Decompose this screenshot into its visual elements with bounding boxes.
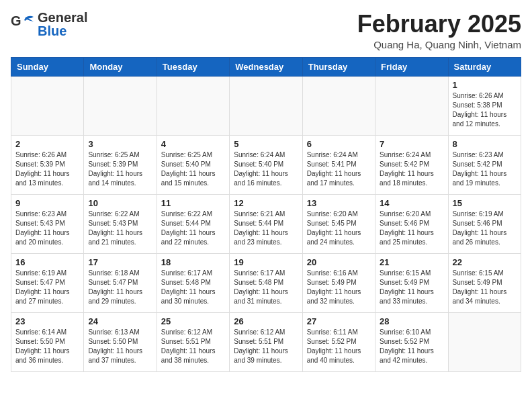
day-info: Sunrise: 6:17 AM Sunset: 5:48 PM Dayligh… [234, 269, 298, 306]
calendar-cell: 11Sunrise: 6:22 AM Sunset: 5:44 PM Dayli… [157, 194, 229, 253]
calendar-cell [375, 76, 448, 135]
day-number: 22 [453, 257, 517, 267]
calendar-cell [302, 76, 375, 135]
calendar-cell: 6Sunrise: 6:24 AM Sunset: 5:41 PM Daylig… [302, 135, 375, 194]
weekday-tuesday: Tuesday [157, 57, 229, 76]
calendar-cell: 12Sunrise: 6:21 AM Sunset: 5:44 PM Dayli… [230, 194, 302, 253]
day-info: Sunrise: 6:19 AM Sunset: 5:46 PM Dayligh… [453, 210, 517, 247]
calendar-cell: 15Sunrise: 6:19 AM Sunset: 5:46 PM Dayli… [448, 194, 521, 253]
calendar-cell: 26Sunrise: 6:12 AM Sunset: 5:51 PM Dayli… [230, 312, 302, 371]
weekday-monday: Monday [84, 57, 157, 76]
day-number: 5 [234, 139, 298, 149]
week-row-5: 23Sunrise: 6:14 AM Sunset: 5:50 PM Dayli… [11, 312, 521, 371]
day-number: 19 [234, 257, 298, 267]
weekday-friday: Friday [375, 57, 448, 76]
day-number: 6 [307, 139, 371, 149]
day-info: Sunrise: 6:24 AM Sunset: 5:41 PM Dayligh… [307, 150, 371, 188]
calendar-cell [230, 76, 302, 135]
calendar-cell [157, 76, 229, 135]
day-number: 21 [380, 257, 443, 267]
week-row-1: 1Sunrise: 6:26 AM Sunset: 5:38 PM Daylig… [11, 76, 521, 135]
calendar-cell: 18Sunrise: 6:17 AM Sunset: 5:48 PM Dayli… [157, 253, 229, 312]
day-info: Sunrise: 6:23 AM Sunset: 5:42 PM Dayligh… [453, 150, 517, 188]
day-number: 16 [15, 257, 79, 267]
week-row-3: 9Sunrise: 6:23 AM Sunset: 5:43 PM Daylig… [11, 194, 521, 253]
day-number: 4 [161, 139, 225, 149]
calendar-cell: 8Sunrise: 6:23 AM Sunset: 5:42 PM Daylig… [448, 135, 521, 194]
day-info: Sunrise: 6:15 AM Sunset: 5:49 PM Dayligh… [453, 269, 517, 306]
day-number: 3 [88, 139, 152, 149]
day-number: 11 [161, 198, 225, 208]
calendar-cell: 17Sunrise: 6:18 AM Sunset: 5:47 PM Dayli… [84, 253, 157, 312]
day-info: Sunrise: 6:20 AM Sunset: 5:45 PM Dayligh… [307, 210, 371, 247]
calendar-cell: 16Sunrise: 6:19 AM Sunset: 5:47 PM Dayli… [11, 253, 84, 312]
day-info: Sunrise: 6:15 AM Sunset: 5:49 PM Dayligh… [380, 269, 443, 306]
calendar-cell: 20Sunrise: 6:16 AM Sunset: 5:49 PM Dayli… [302, 253, 375, 312]
day-info: Sunrise: 6:25 AM Sunset: 5:39 PM Dayligh… [88, 150, 152, 188]
calendar-cell: 21Sunrise: 6:15 AM Sunset: 5:49 PM Dayli… [375, 253, 448, 312]
day-number: 27 [307, 316, 371, 326]
calendar-cell: 13Sunrise: 6:20 AM Sunset: 5:45 PM Dayli… [302, 194, 375, 253]
calendar-cell: 28Sunrise: 6:10 AM Sunset: 5:52 PM Dayli… [375, 312, 448, 371]
day-number: 9 [15, 198, 79, 208]
day-info: Sunrise: 6:13 AM Sunset: 5:50 PM Dayligh… [88, 328, 152, 365]
calendar-cell [11, 76, 84, 135]
day-info: Sunrise: 6:26 AM Sunset: 5:39 PM Dayligh… [15, 150, 79, 188]
calendar-cell: 4Sunrise: 6:25 AM Sunset: 5:40 PM Daylig… [157, 135, 229, 194]
calendar-cell: 9Sunrise: 6:23 AM Sunset: 5:43 PM Daylig… [11, 194, 84, 253]
calendar-cell: 2Sunrise: 6:26 AM Sunset: 5:39 PM Daylig… [11, 135, 84, 194]
weekday-thursday: Thursday [302, 57, 375, 76]
day-number: 24 [88, 316, 152, 326]
logo-general: General [38, 10, 87, 25]
day-info: Sunrise: 6:26 AM Sunset: 5:38 PM Dayligh… [453, 91, 517, 129]
day-number: 2 [15, 139, 79, 149]
logo-blue: Blue [38, 24, 66, 38]
day-number: 13 [307, 198, 371, 208]
day-info: Sunrise: 6:23 AM Sunset: 5:43 PM Dayligh… [15, 210, 79, 247]
day-number: 10 [88, 198, 152, 208]
day-info: Sunrise: 6:12 AM Sunset: 5:51 PM Dayligh… [234, 328, 298, 365]
day-info: Sunrise: 6:20 AM Sunset: 5:46 PM Dayligh… [380, 210, 443, 247]
day-info: Sunrise: 6:14 AM Sunset: 5:50 PM Dayligh… [15, 328, 79, 365]
day-number: 18 [161, 257, 225, 267]
weekday-wednesday: Wednesday [230, 57, 302, 76]
calendar-cell: 19Sunrise: 6:17 AM Sunset: 5:48 PM Dayli… [230, 253, 302, 312]
calendar-cell: 5Sunrise: 6:24 AM Sunset: 5:40 PM Daylig… [230, 135, 302, 194]
day-info: Sunrise: 6:24 AM Sunset: 5:42 PM Dayligh… [380, 150, 443, 188]
title-block: February 2025 Quang Ha, Quang Ninh, Viet… [357, 11, 521, 50]
weekday-header-row: SundayMondayTuesdayWednesdayThursdayFrid… [11, 57, 521, 76]
page-header: G General Blue February 2025 Quang Ha, Q… [11, 11, 521, 50]
calendar-cell: 14Sunrise: 6:20 AM Sunset: 5:46 PM Dayli… [375, 194, 448, 253]
calendar-cell: 24Sunrise: 6:13 AM Sunset: 5:50 PM Dayli… [84, 312, 157, 371]
calendar-cell: 23Sunrise: 6:14 AM Sunset: 5:50 PM Dayli… [11, 312, 84, 371]
weekday-sunday: Sunday [11, 57, 84, 76]
calendar-cell: 10Sunrise: 6:22 AM Sunset: 5:43 PM Dayli… [84, 194, 157, 253]
svg-text:G: G [11, 13, 21, 28]
calendar-cell: 22Sunrise: 6:15 AM Sunset: 5:49 PM Dayli… [448, 253, 521, 312]
day-info: Sunrise: 6:25 AM Sunset: 5:40 PM Dayligh… [161, 150, 225, 188]
day-info: Sunrise: 6:10 AM Sunset: 5:52 PM Dayligh… [380, 328, 443, 365]
calendar-cell: 3Sunrise: 6:25 AM Sunset: 5:39 PM Daylig… [84, 135, 157, 194]
logo: G General Blue [11, 11, 87, 38]
day-info: Sunrise: 6:11 AM Sunset: 5:52 PM Dayligh… [307, 328, 371, 365]
calendar-cell [448, 312, 521, 371]
location: Quang Ha, Quang Ninh, Vietnam [357, 39, 521, 50]
day-number: 25 [161, 316, 225, 326]
week-row-2: 2Sunrise: 6:26 AM Sunset: 5:39 PM Daylig… [11, 135, 521, 194]
day-info: Sunrise: 6:19 AM Sunset: 5:47 PM Dayligh… [15, 269, 79, 306]
calendar-cell [84, 76, 157, 135]
day-number: 28 [380, 316, 443, 326]
day-number: 1 [453, 80, 517, 90]
day-number: 26 [234, 316, 298, 326]
day-number: 17 [88, 257, 152, 267]
month-year: February 2025 [357, 11, 521, 38]
day-number: 14 [380, 198, 443, 208]
calendar-table: SundayMondayTuesdayWednesdayThursdayFrid… [11, 57, 521, 372]
day-number: 15 [453, 198, 517, 208]
day-number: 12 [234, 198, 298, 208]
weekday-saturday: Saturday [448, 57, 521, 76]
day-info: Sunrise: 6:22 AM Sunset: 5:44 PM Dayligh… [161, 210, 225, 247]
calendar-cell: 7Sunrise: 6:24 AM Sunset: 5:42 PM Daylig… [375, 135, 448, 194]
day-info: Sunrise: 6:17 AM Sunset: 5:48 PM Dayligh… [161, 269, 225, 306]
day-info: Sunrise: 6:21 AM Sunset: 5:44 PM Dayligh… [234, 210, 298, 247]
